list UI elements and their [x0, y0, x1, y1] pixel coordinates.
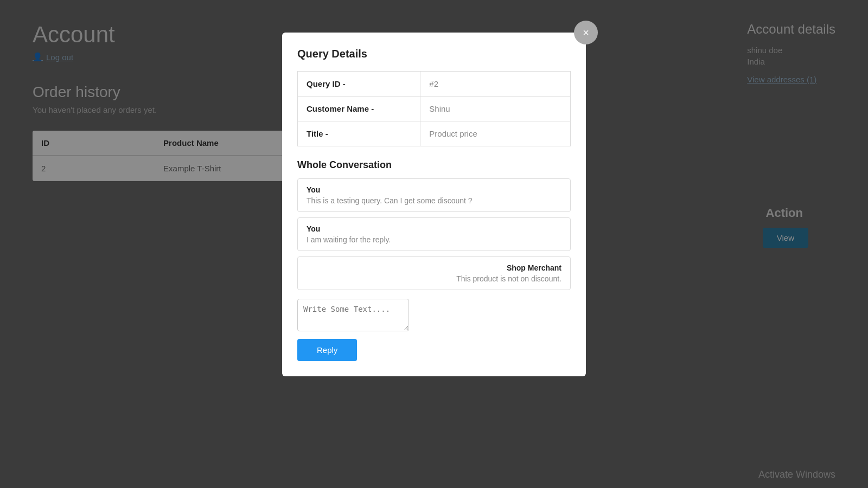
- query-id-row: Query ID - #2: [298, 72, 571, 97]
- message-3-sender: Shop Merchant: [307, 264, 561, 272]
- message-3: Shop Merchant This product is not on dis…: [297, 256, 571, 290]
- query-id-label: Query ID -: [298, 72, 420, 97]
- query-details-modal: × Query Details Query ID - #2 Customer N…: [282, 33, 586, 376]
- close-button[interactable]: ×: [574, 21, 598, 44]
- message-1: You This is a testing query. Can I get s…: [297, 178, 571, 212]
- message-2-sender: You: [307, 224, 561, 233]
- reply-input[interactable]: [297, 299, 409, 331]
- modal-overlay: × Query Details Query ID - #2 Customer N…: [0, 0, 868, 488]
- customer-name-label: Customer Name -: [298, 97, 420, 121]
- title-label: Title -: [298, 121, 420, 146]
- message-1-sender: You: [307, 185, 561, 194]
- conversation-list: You This is a testing query. Can I get s…: [297, 178, 571, 290]
- query-id-value: #2: [420, 72, 571, 97]
- conversation-title: Whole Conversation: [297, 159, 571, 171]
- modal-title: Query Details: [297, 48, 571, 60]
- customer-name-value: Shinu: [420, 97, 571, 121]
- message-2: You I am waiting for the reply.: [297, 217, 571, 251]
- message-1-text: This is a testing query. Can I get some …: [307, 196, 561, 205]
- message-2-text: I am waiting for the reply.: [307, 235, 561, 244]
- reply-button[interactable]: Reply: [297, 339, 357, 361]
- message-3-text: This product is not on discount.: [307, 274, 561, 283]
- title-value: Product price: [420, 121, 571, 146]
- title-row: Title - Product price: [298, 121, 571, 146]
- query-details-table: Query ID - #2 Customer Name - Shinu Titl…: [297, 71, 571, 146]
- customer-name-row: Customer Name - Shinu: [298, 97, 571, 121]
